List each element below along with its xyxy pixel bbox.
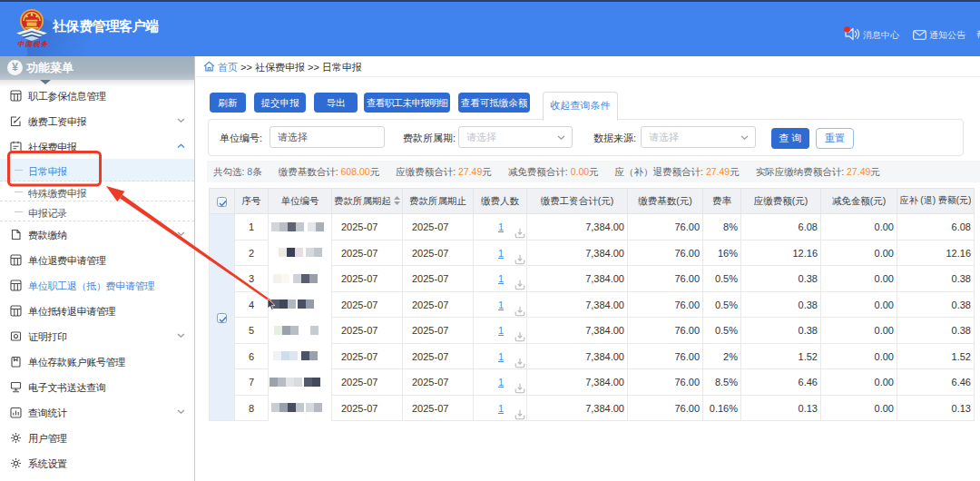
svg-text:中国税务: 中国税务 — [17, 40, 49, 48]
